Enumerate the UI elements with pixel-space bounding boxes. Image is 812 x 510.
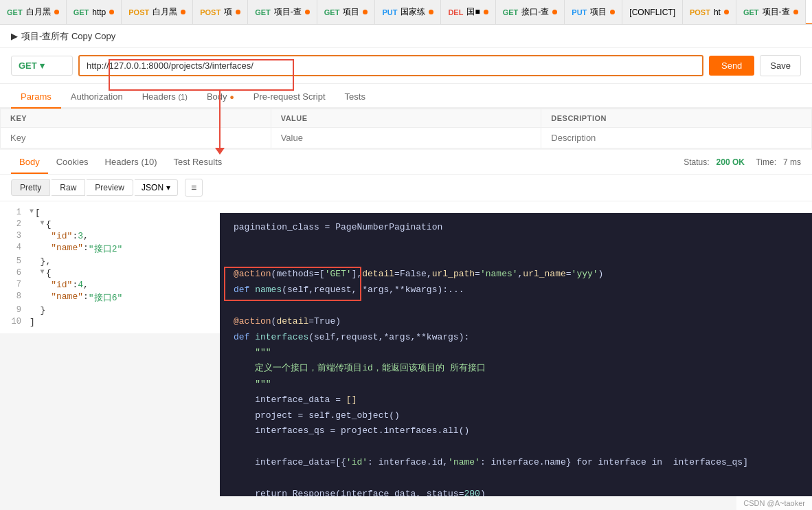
tab-label: 项目 [343,6,359,18]
tab-authorization[interactable]: Authorization [61,86,133,109]
line-number: 2 [5,219,30,230]
tab-headers[interactable]: Headers (1) [133,86,197,109]
preview-button[interactable]: Preview [87,179,133,196]
tab-label: 项目-查 [274,6,302,18]
table-row [1,128,812,148]
tab-dot [109,10,114,14]
json-colon: : [83,243,89,255]
tab-put-guojia[interactable]: PUT 国家练 [375,0,441,25]
resp-tab-body[interactable]: Body [11,151,48,174]
json-colon: : [72,280,78,290]
json-indent [30,219,41,230]
tab-bar: GET 白月黑 GET http POST 白月黑 POST 项 GET 项目-… [0,0,812,25]
param-value-cell[interactable] [271,128,541,148]
tab-label: ht [714,8,721,17]
pretty-button[interactable]: Pretty [11,179,50,196]
code-line: interface_data=[{'id': interface.id,'nam… [220,455,812,471]
code-line: def names(self,request, *args,**kwargs):… [220,282,812,298]
tab-label: 项目 [590,6,607,18]
json-key: "id" [51,280,72,290]
tab-post-baiyuehei[interactable]: POST 白月黑 [122,0,193,25]
tab-dot [305,10,310,14]
resp-tab-headers[interactable]: Headers (10) [97,151,166,174]
tab-get-http[interactable]: GET http [67,0,122,25]
json-indent [30,268,41,278]
tab-label: [CONFLICT] [629,8,675,17]
resp-tab-test-results-label: Test Results [174,157,223,167]
param-key-cell[interactable] [1,128,271,148]
json-colon: : [72,231,78,241]
tab-put-project[interactable]: PUT 项目 [565,0,622,25]
tab-get-project-active[interactable]: GET 项目 [806,0,812,25]
json-indent [30,256,41,267]
method-value: GET [19,60,37,71]
tab-params[interactable]: Params [11,86,61,109]
save-button[interactable]: Save [760,55,801,76]
tab-get-project-query[interactable]: GET 项目-查 [248,0,317,25]
raw-button[interactable]: Raw [52,179,85,196]
json-indent [30,231,51,241]
json-indent [30,291,51,304]
tab-body[interactable]: Body ● [197,86,244,109]
resp-tab-headers-badge: (10) [141,157,157,167]
status-value: 200 OK [717,157,745,167]
json-key: "id" [51,231,72,241]
tab-get-project-dot[interactable]: GET 项目 [317,0,376,25]
json-bracket: ] [30,317,35,327]
json-indent [30,280,51,290]
param-desc-cell[interactable] [541,128,812,148]
code-line: project = self.get_object() [220,408,812,424]
line-number: 6 [5,268,30,278]
tab-dot [484,10,488,14]
expand-icon[interactable]: ▼ [41,219,45,230]
tab-authorization-label: Authorization [71,91,123,102]
param-desc-input[interactable] [551,133,802,143]
json-colon: : [83,291,89,304]
tab-post-ht[interactable]: POST ht [683,0,736,25]
tab-get-interface-query[interactable]: GET 接口-查 [496,0,565,25]
tab-post-xiang[interactable]: POST 项 [193,0,248,25]
tab-method: POST [200,8,221,16]
tab-label: 国■ [466,6,480,18]
wrap-button[interactable]: ≡ [185,179,203,197]
tab-dot [54,10,59,14]
tab-del-guo[interactable]: DEL 国■ [441,0,495,25]
tab-headers-label: Headers [142,91,176,102]
param-value-input[interactable] [281,133,532,143]
tab-label: 项目-查 [763,6,790,18]
code-line: return Response(interface_data, status=2… [220,487,812,496]
param-key-input[interactable] [10,133,261,143]
send-button[interactable]: Send [709,56,754,76]
code-line: interfaces_qs = project.interfaces.all() [220,423,812,439]
tab-get-project-query2[interactable]: GET 项目-查 [736,0,806,25]
json-bracket: [ [35,208,41,218]
format-select[interactable]: JSON ▾ [135,179,178,196]
tab-method: PUT [572,8,587,16]
url-input[interactable] [78,55,703,76]
tab-get-baiyuehei[interactable]: GET 白月黑 [0,0,67,25]
time-value: 7 ms [783,157,801,167]
expand-icon[interactable]: ▼ [41,268,45,278]
wrap-icon: ≡ [191,182,196,193]
method-select[interactable]: GET ▾ [11,56,73,76]
tab-dot [610,10,615,14]
code-line: """ [220,345,812,361]
json-key: "name" [51,243,83,255]
json-value: 3 [78,231,83,241]
breadcrumb-arrow: ▶ [11,31,18,41]
tab-label: http [92,8,106,17]
tab-dot [724,10,729,14]
tab-conflict[interactable]: [CONFLICT] [622,0,683,25]
resp-tab-cookies[interactable]: Cookies [48,151,97,174]
tab-dot [793,10,798,14]
code-line: """ [220,377,812,392]
code-line [220,298,812,314]
breadcrumb-text: 项目-查所有 Copy Copy [21,30,115,43]
tab-pre-request[interactable]: Pre-request Script [244,86,335,109]
resp-tab-body-label: Body [19,157,40,167]
tab-tests[interactable]: Tests [335,86,375,109]
expand-icon[interactable]: ▼ [30,208,34,218]
status-label: Status: [684,157,709,167]
resp-tab-test-results[interactable]: Test Results [166,151,231,174]
code-overlay: pagination_class = PageNumberPagination … [220,213,812,496]
